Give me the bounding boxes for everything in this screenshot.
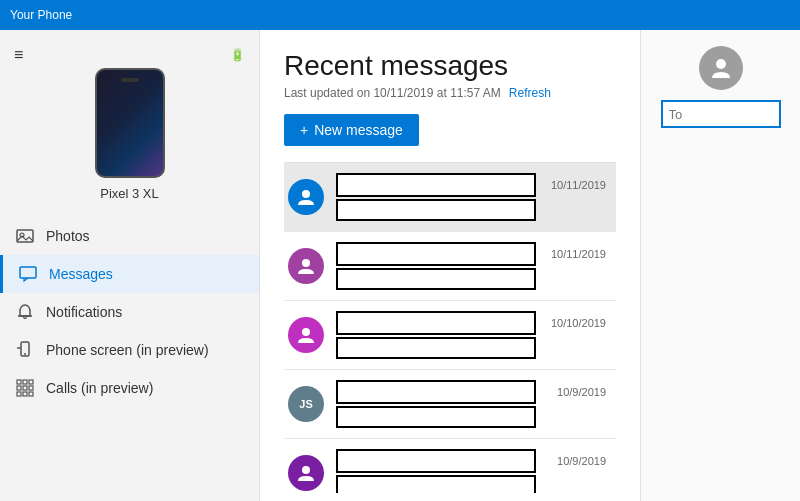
notifications-label: Notifications xyxy=(46,304,122,320)
phone-image xyxy=(95,68,165,178)
messages-label: Messages xyxy=(49,266,113,282)
phone-name: Pixel 3 XL xyxy=(100,186,159,201)
svg-point-16 xyxy=(302,190,310,198)
phone-screen-label: Phone screen (in preview) xyxy=(46,342,209,358)
messages-list: 10/11/2019 10/11/2019 xyxy=(284,162,616,493)
app-container: ≡ 🔋 Pixel 3 XL Photos xyxy=(0,30,800,501)
svg-rect-8 xyxy=(23,380,27,384)
sidebar-item-photos[interactable]: Photos xyxy=(0,217,259,255)
nav-items: Photos Messages xyxy=(0,217,259,407)
message-body: 10/10/2019 xyxy=(336,311,616,359)
avatar xyxy=(288,248,324,284)
svg-rect-11 xyxy=(23,386,27,390)
new-message-button[interactable]: + New message xyxy=(284,114,419,146)
title-bar: Your Phone xyxy=(0,0,800,30)
menu-icon[interactable]: ≡ xyxy=(14,46,23,64)
message-preview-box xyxy=(336,475,536,493)
message-date: 10/11/2019 xyxy=(551,248,606,260)
message-date: 10/9/2019 xyxy=(557,455,606,467)
avatar-initials: JS xyxy=(299,398,312,410)
svg-point-17 xyxy=(302,259,310,267)
last-updated-text: Last updated on 10/11/2019 at 11:57 AM xyxy=(284,86,501,100)
message-body: 10/9/2019 xyxy=(336,380,616,428)
svg-rect-9 xyxy=(29,380,33,384)
sidebar-item-messages[interactable]: Messages xyxy=(0,255,259,293)
svg-rect-10 xyxy=(17,386,21,390)
message-name-row: 10/11/2019 xyxy=(336,173,616,197)
sidebar-item-notifications[interactable]: Notifications xyxy=(0,293,259,331)
right-panel xyxy=(640,30,800,501)
message-name-box xyxy=(336,173,536,197)
main-content: Recent messages Last updated on 10/11/20… xyxy=(260,30,640,501)
message-preview-box xyxy=(336,268,536,290)
svg-rect-0 xyxy=(17,230,33,242)
svg-rect-15 xyxy=(29,392,33,396)
svg-rect-2 xyxy=(20,267,36,278)
svg-point-18 xyxy=(302,328,310,336)
plus-icon: + xyxy=(300,122,308,138)
app-title: Your Phone xyxy=(10,8,72,22)
calls-icon xyxy=(16,379,34,397)
last-updated: Last updated on 10/11/2019 at 11:57 AM R… xyxy=(284,86,616,100)
calls-label: Calls (in preview) xyxy=(46,380,153,396)
message-name-row: 10/10/2019 xyxy=(336,311,616,335)
message-date: 10/9/2019 xyxy=(557,386,606,398)
message-name-row: 10/11/2019 xyxy=(336,242,616,266)
message-body: 10/9/2019 xyxy=(336,449,616,493)
message-name-box xyxy=(336,380,536,404)
message-item[interactable]: 10/9/2019 xyxy=(284,439,616,493)
page-title: Recent messages xyxy=(284,50,616,82)
message-body: 10/11/2019 xyxy=(336,242,616,290)
svg-rect-13 xyxy=(17,392,21,396)
message-date: 10/11/2019 xyxy=(551,179,606,191)
refresh-button[interactable]: Refresh xyxy=(509,86,551,100)
message-name-box xyxy=(336,242,536,266)
contact-avatar xyxy=(699,46,743,90)
phone-screen-icon xyxy=(16,341,34,359)
message-item[interactable]: 10/11/2019 xyxy=(284,232,616,301)
avatar xyxy=(288,179,324,215)
message-name-box xyxy=(336,449,536,473)
message-item[interactable]: JS 10/9/2019 xyxy=(284,370,616,439)
message-date: 10/10/2019 xyxy=(551,317,606,329)
battery-icon: 🔋 xyxy=(230,48,245,62)
message-body: 10/11/2019 xyxy=(336,173,616,221)
messages-icon xyxy=(19,265,37,283)
avatar xyxy=(288,455,324,491)
photos-icon xyxy=(16,227,34,245)
messages-panel: Recent messages Last updated on 10/11/20… xyxy=(260,30,640,501)
sidebar: ≡ 🔋 Pixel 3 XL Photos xyxy=(0,30,260,501)
sidebar-item-phone-screen[interactable]: Phone screen (in preview) xyxy=(0,331,259,369)
new-message-label: New message xyxy=(314,122,403,138)
svg-point-20 xyxy=(716,59,726,69)
svg-rect-12 xyxy=(29,386,33,390)
message-name-row: 10/9/2019 xyxy=(336,380,616,404)
message-name-row: 10/9/2019 xyxy=(336,449,616,473)
svg-point-19 xyxy=(302,466,310,474)
message-item[interactable]: 10/11/2019 xyxy=(284,163,616,232)
message-name-box xyxy=(336,311,536,335)
notifications-icon xyxy=(16,303,34,321)
svg-rect-7 xyxy=(17,380,21,384)
sidebar-item-calls[interactable]: Calls (in preview) xyxy=(0,369,259,407)
avatar: JS xyxy=(288,386,324,422)
photos-label: Photos xyxy=(46,228,90,244)
message-preview-box xyxy=(336,406,536,428)
message-preview-box xyxy=(336,199,536,221)
avatar xyxy=(288,317,324,353)
message-preview-box xyxy=(336,337,536,359)
message-item[interactable]: 10/10/2019 xyxy=(284,301,616,370)
svg-rect-14 xyxy=(23,392,27,396)
search-input[interactable] xyxy=(661,100,781,128)
